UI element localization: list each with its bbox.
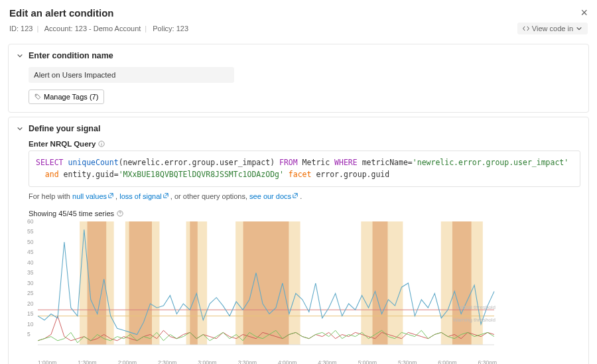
section-define-signal-toggle[interactable]: Define your signal: [9, 117, 588, 140]
info-icon[interactable]: [98, 141, 105, 147]
svg-rect-13: [373, 221, 388, 345]
close-button[interactable]: ×: [580, 7, 588, 19]
condition-name-input[interactable]: [29, 67, 234, 83]
help-icon[interactable]: [117, 210, 123, 217]
warning-threshold-label: Warning threshold: [452, 317, 496, 323]
nrql-label-row: Enter NRQL Query: [29, 140, 580, 148]
timeseries-count: Showing 45/45 time series: [29, 210, 580, 217]
manage-tags-button[interactable]: Manage Tags (7): [29, 90, 104, 104]
section-define-signal: Define your signal Enter NRQL Query SELE…: [8, 117, 589, 364]
section-condition-name-title: Enter condition name: [29, 51, 113, 60]
tag-icon: [34, 93, 41, 100]
help-prefix: For help with: [29, 192, 72, 200]
svg-rect-12: [243, 221, 289, 345]
help-row: For help with null values , loss of sign…: [29, 192, 580, 200]
chevron-down-icon: [576, 25, 582, 32]
svg-rect-11: [190, 221, 197, 345]
x-axis: 1:00pm1:30pm2:00pm2:30pm3:00pm3:30pm4:00…: [38, 359, 497, 364]
help-suffix: .: [300, 192, 302, 200]
external-link-icon: [293, 193, 298, 198]
nrql-label: Enter NRQL Query: [29, 140, 96, 148]
meta-account: Account: 123 - Demo Account: [44, 25, 141, 32]
close-icon: ×: [580, 6, 588, 19]
timeseries-count-text: Showing 45/45 time series: [29, 210, 114, 217]
meta-policy: Policy: 123: [153, 25, 188, 32]
meta-left: ID: 123| Account: 123 - Demo Account| Po…: [9, 25, 188, 32]
timeseries-chart: 51015202530354045505560 1:00pm1:30pm2:00…: [26, 219, 497, 357]
view-code-dropdown[interactable]: View code in: [517, 23, 588, 34]
chevron-down-icon: [17, 125, 23, 132]
critical-threshold-label: Critical threshold: [456, 304, 496, 310]
section-define-signal-title: Define your signal: [29, 124, 100, 133]
manage-tags-label: Manage Tags (7): [44, 93, 98, 101]
see-docs-link[interactable]: see our docs: [249, 192, 298, 200]
svg-rect-14: [452, 221, 472, 345]
meta-bar: ID: 123| Account: 123 - Demo Account| Po…: [0, 23, 597, 41]
modal-header: Edit an alert condition ×: [0, 0, 597, 23]
section-condition-name-toggle[interactable]: Enter condition name: [9, 44, 588, 67]
external-link-icon: [108, 193, 113, 198]
view-code-label: View code in: [532, 25, 573, 32]
chevron-down-icon: [17, 52, 23, 59]
svg-point-0: [36, 95, 37, 96]
svg-rect-10: [129, 221, 152, 345]
loss-of-signal-link[interactable]: loss of signal: [119, 192, 168, 200]
external-link-icon: [163, 193, 168, 198]
help-mid: , or other query options,: [170, 192, 249, 200]
page-title: Edit an alert condition: [9, 7, 114, 19]
nrql-editor[interactable]: SELECT uniqueCount(newrelic.error.group.…: [29, 151, 580, 187]
meta-id: ID: 123: [9, 25, 33, 32]
null-values-link[interactable]: null values: [72, 192, 113, 200]
code-icon: [523, 25, 529, 32]
chart-canvas: [26, 219, 497, 357]
section-condition-name: Enter condition name Manage Tags (7): [8, 44, 589, 113]
